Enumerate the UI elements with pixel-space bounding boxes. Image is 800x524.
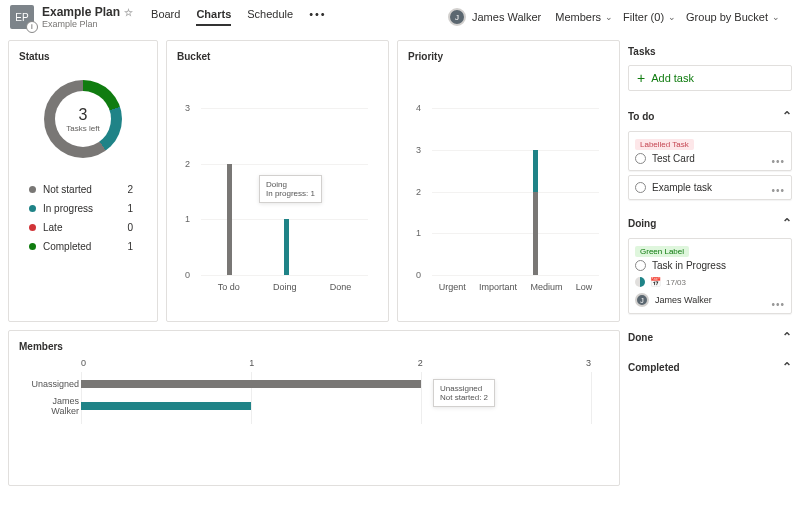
bucket-card: Bucket 0123 To doDoingDone Doing In prog… — [166, 40, 389, 322]
chevron-up-icon: ⌃ — [782, 109, 792, 123]
legend-row: Not started2 — [29, 184, 147, 195]
nav-tabs: Board Charts Schedule ••• — [151, 8, 327, 26]
status-legend: Not started2In progress1Late0Completed1 — [29, 184, 147, 252]
charts-area: Status 3 Tasks left Not started2In progr… — [8, 40, 620, 518]
add-task-button[interactable]: + Add task — [628, 65, 792, 91]
more-icon[interactable]: ••• — [771, 156, 785, 167]
x-tick: Important — [479, 282, 517, 292]
plan-subtitle: Example Plan — [42, 19, 133, 29]
filter-label: Filter (0) — [623, 11, 664, 23]
members-menu[interactable]: Members ⌄ — [555, 11, 613, 23]
x-tick: Done — [330, 282, 352, 292]
current-user[interactable]: J James Walker — [448, 8, 541, 26]
members-title: Members — [19, 341, 609, 352]
members-card: Members 0123UnassignedJames Walker Unass… — [8, 330, 620, 486]
bucket-tooltip: Doing In progress: 1 — [259, 175, 322, 203]
due-date: 17/03 — [666, 278, 686, 287]
info-icon[interactable]: i — [26, 21, 38, 33]
chevron-down-icon: ⌃ — [782, 360, 792, 374]
task-title: Test Card — [652, 153, 695, 164]
members-chart: 0123UnassignedJames Walker — [81, 358, 591, 428]
legend-label: Not started — [43, 184, 127, 195]
more-icon[interactable]: ••• — [771, 299, 785, 310]
task-card[interactable]: Example task••• — [628, 175, 792, 200]
top-bar: EP i Example Plan ☆ Example Plan Board C… — [0, 0, 800, 34]
chevron-down-icon: ⌄ — [605, 12, 613, 22]
task-card[interactable]: Green Label Task in Progress 📅 17/03 •••… — [628, 238, 792, 314]
legend-dot — [29, 224, 36, 231]
tooltip-line1: Unassigned — [440, 384, 488, 393]
legend-value: 1 — [127, 241, 133, 252]
star-icon[interactable]: ☆ — [124, 7, 133, 18]
x-tick: To do — [218, 282, 240, 292]
tooltip-line2: Not started: 2 — [440, 393, 488, 402]
section-done[interactable]: Done ⌃ — [628, 330, 792, 344]
tab-schedule[interactable]: Schedule — [247, 8, 293, 26]
section-completed[interactable]: Completed ⌃ — [628, 360, 792, 374]
legend-row: Completed1 — [29, 241, 147, 252]
group-menu[interactable]: Group by Bucket ⌄ — [686, 11, 780, 23]
plan-header: Example Plan ☆ Example Plan — [42, 5, 133, 29]
bar — [533, 108, 538, 275]
status-donut: 3 Tasks left — [44, 80, 122, 158]
x-tick: Low — [576, 282, 593, 292]
y-tick: 2 — [185, 159, 190, 169]
complete-circle-icon[interactable] — [635, 260, 646, 271]
x-tick: Doing — [273, 282, 297, 292]
tab-charts[interactable]: Charts — [196, 8, 231, 26]
legend-label: Completed — [43, 241, 127, 252]
user-name: James Walker — [472, 11, 541, 23]
legend-dot — [29, 243, 36, 250]
calendar-icon: 📅 — [650, 277, 661, 287]
task-title: Example task — [652, 182, 712, 193]
legend-row: In progress1 — [29, 203, 147, 214]
x-tick: Medium — [530, 282, 562, 292]
y-tick: 3 — [416, 145, 421, 155]
bucket-x-axis: To doDoingDone — [201, 282, 368, 292]
task-badge: Labelled Task — [635, 139, 694, 150]
section-doing[interactable]: Doing ⌃ — [628, 216, 792, 230]
legend-dot — [29, 186, 36, 193]
x-tick: 1 — [249, 358, 254, 368]
status-card: Status 3 Tasks left Not started2In progr… — [8, 40, 158, 322]
members-label: Members — [555, 11, 601, 23]
legend-value: 2 — [127, 184, 133, 195]
bucket-title: Bucket — [177, 51, 378, 62]
y-tick: 0 — [416, 270, 421, 280]
legend-value: 1 — [127, 203, 133, 214]
status-count-label: Tasks left — [66, 124, 99, 133]
filter-menu[interactable]: Filter (0) ⌄ — [623, 11, 676, 23]
tab-board[interactable]: Board — [151, 8, 180, 26]
legend-value: 0 — [127, 222, 133, 233]
chevron-down-icon: ⌃ — [782, 330, 792, 344]
task-badge: Green Label — [635, 246, 689, 257]
group-label: Group by Bucket — [686, 11, 768, 23]
y-tick: 0 — [185, 270, 190, 280]
member-bar-row: Unassigned — [81, 380, 591, 388]
x-tick: 2 — [418, 358, 423, 368]
legend-row: Late0 — [29, 222, 147, 233]
bar — [227, 108, 232, 275]
more-icon[interactable]: ••• — [309, 8, 327, 26]
assignee-name: James Walker — [655, 295, 712, 305]
member-bar-row: James Walker — [81, 402, 591, 410]
y-tick: 4 — [416, 103, 421, 113]
section-label: Doing — [628, 218, 656, 229]
complete-circle-icon[interactable] — [635, 182, 646, 193]
task-title: Task in Progress — [652, 260, 726, 271]
plan-title: Example Plan — [42, 5, 120, 19]
member-label: James Walker — [29, 396, 79, 416]
complete-circle-icon[interactable] — [635, 153, 646, 164]
task-card[interactable]: Labelled TaskTest Card••• — [628, 131, 792, 171]
y-tick: 2 — [416, 187, 421, 197]
member-label: Unassigned — [29, 379, 79, 389]
legend-label: Late — [43, 222, 127, 233]
section-todo[interactable]: To do ⌃ — [628, 109, 792, 123]
more-icon[interactable]: ••• — [771, 185, 785, 196]
status-count: 3 — [66, 106, 99, 124]
members-tooltip: Unassigned Not started: 2 — [433, 379, 495, 407]
charts-row: Status 3 Tasks left Not started2In progr… — [8, 40, 620, 322]
progress-icon — [635, 277, 645, 287]
priority-card: Priority 01234 UrgentImportantMediumLow — [397, 40, 620, 322]
legend-label: In progress — [43, 203, 127, 214]
